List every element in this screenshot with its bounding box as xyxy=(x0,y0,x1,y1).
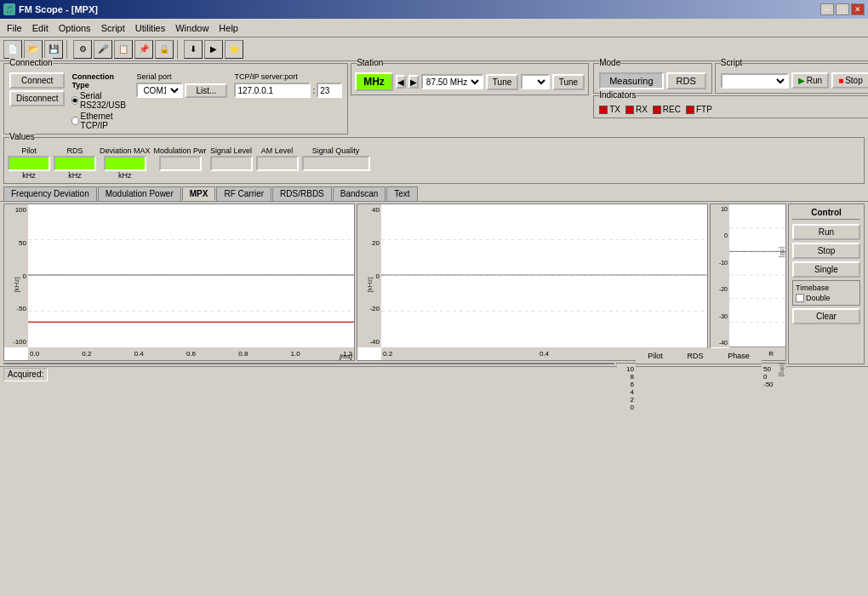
tb-settings[interactable]: ⚙ xyxy=(73,40,92,59)
tune2-button[interactable]: Tune xyxy=(552,74,585,90)
menu-edit[interactable]: Edit xyxy=(27,21,54,35)
close-button[interactable]: ✕ xyxy=(851,3,865,15)
timebase-title: Timebase xyxy=(796,284,857,292)
port-input[interactable] xyxy=(317,83,342,98)
x-unit-label: [ms] xyxy=(340,352,352,360)
serial-port-select[interactable]: COM1 xyxy=(136,83,183,98)
ethernet-radio[interactable]: Ethernet TCP/IP xyxy=(71,112,128,130)
run-button[interactable]: ▶ Run xyxy=(791,72,829,89)
maximize-button[interactable]: □ xyxy=(836,3,849,15)
mini-plot xyxy=(729,204,785,347)
list-button[interactable]: List... xyxy=(185,83,227,98)
tb-lock[interactable]: 🔒 xyxy=(155,40,174,59)
run-icon: ▶ xyxy=(798,76,805,85)
control-single-button[interactable]: Single xyxy=(792,261,860,278)
mode-label: Mode xyxy=(599,58,620,67)
double-checkbox[interactable] xyxy=(796,294,804,302)
y-axis-mini: 100-10-20-30-40 xyxy=(711,204,729,347)
tb-star[interactable]: ⭐ xyxy=(225,40,243,59)
preset-select[interactable] xyxy=(521,74,549,89)
tb-play[interactable]: ▶ xyxy=(204,40,223,59)
menu-window[interactable]: Window xyxy=(170,21,214,35)
connect-button[interactable]: Connect xyxy=(9,72,65,89)
serial-option-label: Serial RS232/USB xyxy=(80,91,128,110)
rds-display xyxy=(54,156,96,171)
tab-bandscan[interactable]: Bandscan xyxy=(333,186,385,201)
bottom-left-chart: 100-10-20-30-40-50 [dB] xyxy=(3,363,614,364)
menu-file[interactable]: File xyxy=(2,21,27,35)
top-mini-chart: 0.0 100-10-20-30-40 LR xyxy=(710,203,786,361)
stop-button[interactable]: ■ Stop xyxy=(831,72,868,89)
deviation-max-value: Deviation MAX kHz xyxy=(100,146,151,180)
script-select[interactable] xyxy=(721,73,789,89)
tab-mod-power[interactable]: Modulation Power xyxy=(98,186,181,201)
minimize-button[interactable]: ─ xyxy=(820,3,834,15)
tab-mpx[interactable]: MPX xyxy=(182,186,216,201)
app-icon: 🎵 xyxy=(3,3,15,15)
tcpip-input[interactable] xyxy=(234,83,311,98)
signal-level-display xyxy=(210,156,253,171)
control-stop-button[interactable]: Stop xyxy=(792,243,860,259)
tx-indicator: TX xyxy=(599,105,620,114)
tcpip-label: TCP/IP server:port xyxy=(234,72,342,81)
signal-quality-value: Signal Quality xyxy=(302,146,370,171)
frequency-select[interactable]: 87.50 MHz xyxy=(421,74,483,89)
control-run-button[interactable]: Run xyxy=(792,224,860,240)
menu-utilities[interactable]: Utilities xyxy=(130,21,170,35)
tune1-button[interactable]: Tune xyxy=(486,74,518,90)
values-label: Values xyxy=(9,132,35,141)
tab-freq-dev[interactable]: Frequency Deviation xyxy=(3,186,97,201)
tab-rf-carrier[interactable]: RF Carrier xyxy=(216,186,271,201)
title-bar: 🎵 FM Scope - [MPX] ─ □ ✕ xyxy=(0,0,868,19)
tabs-bar: Frequency Deviation Modulation Power MPX… xyxy=(0,185,868,201)
ethernet-option-label: Ethernet TCP/IP xyxy=(81,112,128,130)
ftp-indicator: FTP xyxy=(686,105,712,114)
script-label: Script xyxy=(721,58,743,67)
measuring-button[interactable]: Measuring xyxy=(599,72,663,89)
prev-station-button[interactable]: ◀ xyxy=(396,75,406,89)
status-bar: Acquired: xyxy=(0,366,868,381)
tab-text[interactable]: Text xyxy=(386,186,417,201)
serial-radio-btn[interactable] xyxy=(71,96,77,105)
top-right-chart: 40200-20-40 [kHz] 0.20.40.6 [ms] xyxy=(357,203,708,361)
double-checkbox-row[interactable]: Double xyxy=(796,294,857,302)
bar-x-axis: PilotRDSPhase xyxy=(636,348,762,364)
mode-group: Mode Measuring RDS xyxy=(593,63,712,94)
y-axis-bottom: 100-10-20-30-40-50 xyxy=(4,364,31,364)
indicators-group: Indicators TX RX REC FTP xyxy=(593,95,868,118)
am-level-value: AM Level xyxy=(256,146,299,171)
x-axis-top-left: 0.00.20.40.60.81.01.2 xyxy=(28,347,354,360)
pilot-display xyxy=(8,156,50,171)
rds-button[interactable]: RDS xyxy=(666,72,706,89)
rx-dot xyxy=(625,106,634,114)
double-label: Double xyxy=(806,294,831,302)
tb-paste[interactable]: 📌 xyxy=(134,40,153,59)
tab-rds-rbds[interactable]: RDS/RBDS xyxy=(272,186,332,201)
next-station-button[interactable]: ▶ xyxy=(408,75,419,89)
tb-open[interactable]: 📂 xyxy=(24,40,43,59)
tb-save[interactable]: 💾 xyxy=(44,40,63,59)
rx-indicator: RX xyxy=(625,105,648,114)
menu-help[interactable]: Help xyxy=(214,21,243,35)
status-acquired: Acquired: xyxy=(3,368,48,381)
serial-radio[interactable]: Serial RS232/USB xyxy=(71,91,128,110)
control-clear-button[interactable]: Clear xyxy=(792,308,860,324)
tb-copy[interactable]: 📋 xyxy=(114,40,133,59)
window-title: FM Scope - [MPX] xyxy=(19,4,98,14)
tb-new[interactable]: 📄 xyxy=(3,40,22,59)
control-label: Control xyxy=(792,208,860,220)
connection-label: Connection xyxy=(9,58,53,67)
ethernet-radio-btn[interactable] xyxy=(71,117,78,125)
signal-quality-display xyxy=(302,156,370,171)
menu-options[interactable]: Options xyxy=(54,21,96,35)
tb-down[interactable]: ⬇ xyxy=(184,40,203,59)
connection-group: Connection Connect Disconnect Connection… xyxy=(3,63,348,135)
serial-port-label: Serial port xyxy=(136,72,227,81)
menu-script[interactable]: Script xyxy=(96,21,130,35)
script-group: Script ▶ Run ■ Stop xyxy=(715,63,868,94)
stop-icon: ■ xyxy=(838,76,843,85)
tb-mic[interactable]: 🎤 xyxy=(94,40,112,59)
am-level-display xyxy=(256,156,299,171)
mhz-button[interactable]: MHz xyxy=(355,72,393,91)
disconnect-button[interactable]: Disconnect xyxy=(9,90,65,106)
